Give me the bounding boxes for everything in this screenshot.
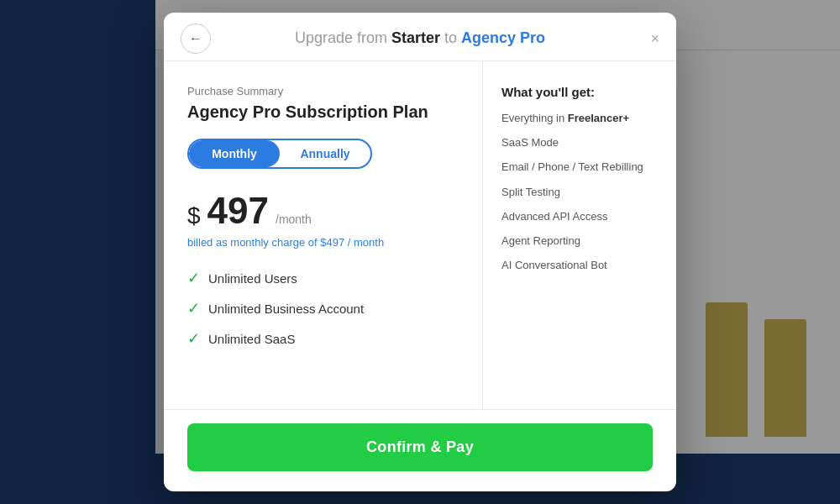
left-panel: Purchase Summary Agency Pro Subscription…	[164, 61, 483, 409]
check-icon-1: ✓	[187, 269, 200, 287]
whats-included-title: What you'll get:	[501, 85, 658, 99]
right-panel: What you'll get: Everything in Freelance…	[483, 61, 676, 409]
close-button[interactable]: ×	[650, 31, 659, 46]
price-amount: 497	[207, 192, 269, 229]
modal-body: Purchase Summary Agency Pro Subscription…	[164, 61, 676, 409]
freelancer-plus: Freelancer+	[568, 112, 629, 124]
price-row: $ 497 /month	[187, 192, 459, 229]
upgrade-modal: ← Upgrade from Starter to Agency Pro × P…	[164, 13, 676, 491]
feature-label-1: Unlimited Users	[208, 271, 297, 286]
included-agent-reporting: Agent Reporting	[501, 234, 658, 249]
plan-name: Agency Pro Subscription Plan	[187, 102, 459, 122]
modal-title: Upgrade from Starter to Agency Pro	[295, 29, 545, 47]
included-rebilling: Email / Phone / Text Rebilling	[501, 160, 658, 175]
title-middle: to	[444, 29, 461, 46]
feature-unlimited-users: ✓ Unlimited Users	[187, 269, 459, 287]
back-button[interactable]: ←	[181, 24, 211, 54]
feature-unlimited-business: ✓ Unlimited Business Account	[187, 299, 459, 318]
included-everything: Everything in Freelancer+	[501, 111, 658, 126]
modal-wrapper: ← Upgrade from Starter to Agency Pro × P…	[0, 0, 840, 504]
check-icon-2: ✓	[187, 299, 200, 318]
feature-unlimited-saas: ✓ Unlimited SaaS	[187, 329, 459, 348]
confirm-pay-button[interactable]: Confirm & Pay	[187, 423, 653, 471]
monthly-toggle[interactable]: Monthly	[189, 140, 280, 167]
feature-label-3: Unlimited SaaS	[208, 332, 295, 346]
feature-label-2: Unlimited Business Account	[208, 302, 364, 316]
price-dollar: $	[187, 202, 201, 229]
check-icon-3: ✓	[187, 329, 200, 348]
included-api: Advanced API Access	[501, 209, 658, 224]
annually-toggle[interactable]: Annually	[280, 140, 370, 167]
included-split-testing: Split Testing	[501, 185, 658, 200]
modal-footer: Confirm & Pay	[164, 409, 676, 491]
price-note: billed as monthly charge of $497 / month	[187, 236, 459, 249]
included-ai-bot: AI Conversational Bot	[501, 258, 658, 273]
price-period: /month	[276, 213, 312, 226]
title-to-plan: Agency Pro	[461, 29, 545, 46]
modal-header: ← Upgrade from Starter to Agency Pro ×	[164, 13, 676, 61]
billing-toggle[interactable]: Monthly Annually	[187, 139, 372, 169]
purchase-summary-label: Purchase Summary	[187, 85, 459, 97]
title-prefix: Upgrade from	[295, 29, 391, 46]
included-saas-mode: SaaS Mode	[501, 135, 658, 150]
title-from-plan: Starter	[391, 29, 440, 46]
